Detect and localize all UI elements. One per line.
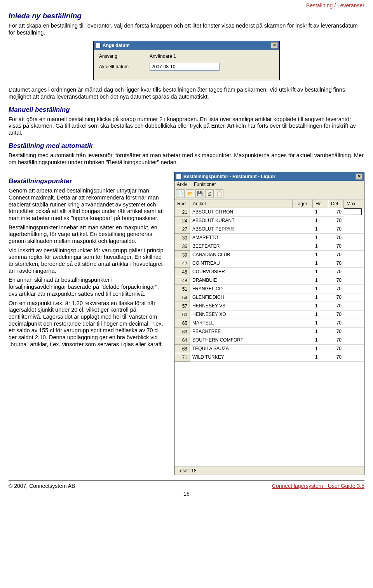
close-icon[interactable]: ✕ — [356, 173, 363, 180]
toolbar-btn-1[interactable]: 📄 — [176, 189, 185, 198]
paragraph: Vid inskrift av beställningspunkter för … — [9, 247, 167, 275]
cell: 70 — [328, 302, 344, 310]
page-footer: © 2007, Connectsystem AB Connect lagersy… — [9, 480, 364, 489]
heading-automatik: Beställning med automatik — [9, 142, 364, 150]
menu-funktioner[interactable]: Funktioner — [194, 182, 216, 187]
cell: 70 — [328, 259, 344, 268]
cell[interactable] — [344, 276, 364, 285]
cell: 1 — [313, 208, 328, 217]
table-row[interactable]: 64SOUTHERN COMFORT170 — [174, 336, 364, 345]
col-lager[interactable]: Lager — [293, 199, 313, 208]
table-row[interactable]: 36BEEFEATER170 — [174, 242, 364, 251]
col-max[interactable]: Max — [344, 199, 364, 208]
cell: 39 — [174, 251, 190, 259]
cell[interactable] — [344, 234, 364, 242]
col-del[interactable]: Del — [328, 199, 344, 208]
paragraph: För att skapa en beställning till levera… — [9, 23, 364, 36]
input-aktuellt-datum[interactable] — [150, 63, 220, 71]
table-row[interactable]: 21ABSOLUT CITRON170 — [174, 208, 364, 217]
cell[interactable] — [344, 208, 362, 215]
table-row[interactable]: 42COINTREAU170 — [174, 259, 364, 268]
dialog-titlebar[interactable]: Ange datum ✕ — [94, 41, 279, 50]
dialog-title-text: Beställningspunkter - Restaurant - Liquo… — [183, 174, 356, 179]
menu-arkiv[interactable]: Arkiv — [177, 182, 187, 187]
cell[interactable] — [344, 345, 364, 353]
cell — [293, 268, 313, 276]
cell — [293, 242, 313, 251]
cell: 1 — [313, 336, 328, 345]
cell[interactable] — [344, 268, 364, 276]
table-row[interactable]: 27ABSOLUT PEPPAR170 — [174, 225, 364, 234]
cell: 71 — [174, 353, 190, 362]
cell[interactable] — [344, 319, 364, 328]
cell: COURVOISIER — [190, 268, 293, 276]
cell: 54 — [174, 293, 190, 302]
cell — [293, 293, 313, 302]
table-row[interactable]: 60HENNESEY XO170 — [174, 310, 364, 319]
cell: 1 — [313, 242, 328, 251]
cell: ABSOLUT PEPPAR — [190, 225, 293, 234]
table-row[interactable]: 54GLENFIDDICH170 — [174, 293, 364, 302]
cell[interactable] — [344, 285, 364, 293]
cell: 70 — [328, 208, 344, 217]
cell[interactable] — [344, 302, 364, 310]
cell: 1 — [313, 345, 328, 353]
col-artikel[interactable]: Artikel — [190, 199, 293, 208]
window-icon — [95, 43, 101, 48]
cell[interactable] — [344, 259, 364, 268]
toolbar-btn-3[interactable]: 💾 — [195, 189, 204, 198]
menu-bar[interactable]: Arkiv Funktioner — [174, 181, 364, 188]
table-row[interactable]: 63PEACHTREE170 — [174, 328, 364, 336]
cell[interactable] — [344, 328, 364, 336]
table-row[interactable]: 51FRANGELICO170 — [174, 285, 364, 293]
cell: 42 — [174, 259, 190, 268]
cell: 70 — [328, 293, 344, 302]
paragraph: Beställning med automatik från leverantö… — [9, 152, 364, 166]
cell[interactable] — [344, 353, 364, 362]
toolbar-btn-4[interactable]: 🖨 — [205, 189, 214, 198]
cell[interactable] — [344, 336, 364, 345]
table-row[interactable]: 68TEQUILA SAUZA170 — [174, 345, 364, 353]
cell: 70 — [328, 225, 344, 234]
paragraph: En annan skillnad är beställningspunkter… — [9, 277, 167, 297]
cell[interactable] — [344, 217, 364, 225]
cell: 24 — [174, 217, 190, 225]
cell: 70 — [328, 353, 344, 362]
table-row[interactable]: 39CANADIAN CLUB170 — [174, 251, 364, 259]
table-row[interactable]: 71WILD TURKEY170 — [174, 353, 364, 362]
cell: 70 — [328, 217, 344, 225]
col-rad[interactable]: Rad — [174, 199, 190, 208]
cell: 68 — [174, 345, 190, 353]
table-row[interactable]: 48DRAMBUIE170 — [174, 276, 364, 285]
cell: 1 — [313, 293, 328, 302]
cell: 1 — [313, 234, 328, 242]
cell — [293, 217, 313, 225]
cell — [293, 225, 313, 234]
cell: 21 — [174, 208, 190, 217]
cell: HENNESEY XO — [190, 310, 293, 319]
dialog-titlebar[interactable]: Beställningspunkter - Restaurant - Liquo… — [174, 172, 364, 181]
cell: 70 — [328, 234, 344, 242]
data-grid[interactable]: Rad Artikel Lager Hel Del Max 21ABSOLUT … — [174, 199, 364, 467]
table-row[interactable]: 45COURVOISIER170 — [174, 268, 364, 276]
heading-manuell: Manuell beställning — [9, 106, 364, 114]
cell — [293, 251, 313, 259]
cell[interactable] — [344, 293, 364, 302]
cell[interactable] — [344, 225, 364, 234]
cell[interactable] — [344, 310, 364, 319]
close-icon[interactable]: ✕ — [271, 42, 278, 49]
cell[interactable] — [344, 251, 364, 259]
cell: 36 — [174, 242, 190, 251]
cell: 70 — [328, 276, 344, 285]
label-ansvarig: Ansvarig — [99, 54, 150, 59]
cell[interactable] — [344, 242, 364, 251]
table-row[interactable]: 30AMARETTO170 — [174, 234, 364, 242]
col-hel[interactable]: Hel — [313, 199, 328, 208]
toolbar-btn-5[interactable]: 📋 — [215, 189, 223, 198]
cell — [293, 234, 313, 242]
toolbar-btn-2[interactable]: 📂 — [186, 189, 194, 198]
table-row[interactable]: 24ABSOLUT KURANT170 — [174, 217, 364, 225]
table-row[interactable]: 65MARTELL170 — [174, 319, 364, 328]
paragraph: För att göra en manuell beställning klic… — [9, 116, 364, 137]
table-row[interactable]: 57HENNESEY VS170 — [174, 302, 364, 310]
